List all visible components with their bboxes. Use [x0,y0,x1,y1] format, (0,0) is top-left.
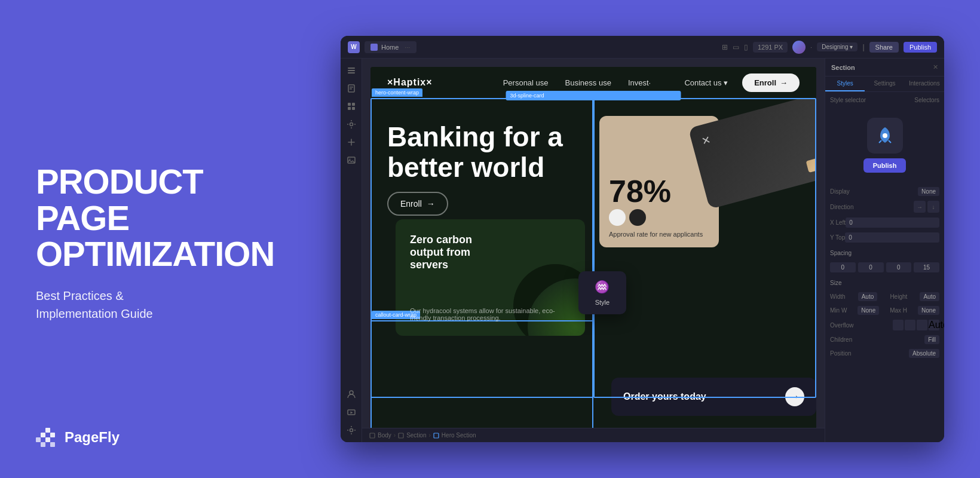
left-panel: PRODUCT PAGE OPTIMIZATION Best Practices… [0,0,341,478]
spacing-top[interactable] [830,262,856,272]
spacing-left[interactable] [914,262,939,272]
layers-icon[interactable] [344,63,359,78]
editor-tab-home[interactable]: Home ··· [365,41,416,53]
canvas-width: 1291 PX [753,42,788,53]
breadcrumb-hero[interactable]: Hero Section [433,432,476,439]
callout-description: Our hydracool systems allow for sustaina… [410,307,571,321]
hero-title: Banking for a better world [387,122,577,182]
svg-point-19 [349,159,350,160]
spline-card-tag: 3d-spline-card [506,91,681,100]
breadcrumb-body[interactable]: Body [369,432,391,439]
pages-icon[interactable] [344,81,359,96]
svg-rect-0 [45,428,50,433]
overflow-opt3[interactable] [917,320,927,330]
overflow-row: Overflow Auto [830,320,939,330]
hero-right: 78% Approval rate for new applicants [593,98,816,434]
frame-icon[interactable]: ⊞ [722,43,728,51]
spacing-grid [830,262,939,272]
tab-settings[interactable]: Settings [865,76,904,91]
publish-button-small[interactable]: Publish [863,158,906,173]
children-row: Children Fill [830,335,939,344]
direction-row: Direction → ↓ [830,201,939,213]
tab-interactions[interactable]: Interactions [905,76,944,91]
col-direction[interactable]: ↓ [927,201,939,213]
panel-close-icon[interactable]: ✕ [933,63,938,71]
user-avatar [792,41,806,54]
max-h-none[interactable]: None [918,306,939,315]
stats-circles [609,209,709,226]
bottom-settings-icon[interactable] [344,423,359,437]
editor-window: W Home ··· ⊞ ▭ ▯ 1291 PX [341,36,944,442]
row-direction[interactable]: → [914,201,926,213]
section-label: Section [831,64,855,71]
share-button[interactable]: Share [869,42,899,53]
min-w-none[interactable]: None [858,306,879,315]
callout-card: Zero carbon output from servers Our hydr… [396,219,585,336]
overflow-opt1[interactable] [893,320,904,330]
overflow-opt4[interactable]: Auto [929,320,939,330]
min-w-label: Min W [830,307,847,314]
right-panel: W Home ··· ⊞ ▭ ▯ 1291 PX [341,0,980,478]
order-arrow-button[interactable]: → [785,387,804,406]
nav-personal-use[interactable]: Personal use [503,78,549,87]
nav-links: Personal use Business use Invest·ation C… [503,78,728,87]
svg-rect-12 [350,88,352,90]
separator: | [862,43,864,51]
nav-invest[interactable]: Invest·ation [628,78,668,87]
subtitle: Best Practices & Implementation Guide [36,287,305,323]
x-input[interactable] [846,217,939,228]
svg-rect-14 [352,103,355,106]
spacing-bottom[interactable] [886,262,912,272]
width-auto[interactable]: Auto [858,292,878,301]
mode-badge[interactable]: Designing ▾ [817,42,858,51]
components-icon[interactable] [344,99,359,114]
left-content: PRODUCT PAGE OPTIMIZATION Best Practices… [36,164,305,323]
nav-enroll-button[interactable]: Enroll → [742,73,800,92]
circle-dark [629,209,646,226]
x-position-row: X Left [830,217,939,228]
pagefly-logo-icon [36,427,57,448]
card-chip [806,157,816,173]
nav-contact[interactable]: Contact us ▾ [684,78,728,87]
right-panel-content: Style selector Selectors [825,92,944,442]
y-input[interactable] [845,232,939,243]
height-auto[interactable]: Auto [920,292,939,301]
overflow-label: Overflow [830,322,853,329]
tab-styles[interactable]: Styles [825,76,865,91]
user-icon[interactable] [344,387,359,402]
svg-rect-5 [41,442,45,447]
min-size-row: Min W None Max H None [830,306,939,315]
svg-rect-16 [352,107,355,110]
selectors-label: Selectors [914,97,939,103]
style-popup-label: Style [595,299,610,306]
svg-point-22 [350,429,353,432]
card-logo-icon: ✕ [700,106,811,148]
add-icon[interactable] [344,135,359,149]
size-row: Width Auto Height Auto [830,292,939,301]
svg-rect-2 [50,433,55,437]
editor-sidebar [341,59,362,442]
nav-business-use[interactable]: Business use [565,78,611,87]
children-value[interactable]: Fill [924,335,939,344]
hero-enroll-button[interactable]: Enroll → [387,192,448,216]
media-icon[interactable] [344,405,359,419]
svg-point-26 [883,133,887,138]
breadcrumb-section[interactable]: Section [398,432,426,439]
settings-icon[interactable] [344,117,359,131]
position-label: Position [830,350,852,357]
mobile-icon[interactable]: ▯ [744,43,748,51]
max-h-label: Max H [890,307,907,314]
y-label: Y Top [830,234,845,241]
monitor-icon[interactable]: ▭ [733,43,739,51]
spacing-right[interactable] [858,262,884,272]
image-icon[interactable] [344,153,359,167]
publish-button[interactable]: Publish [904,42,937,53]
editor-canvas: ×Haptix× Personal use Business use Inves… [362,59,825,442]
right-panel-tabs: Styles Settings Interactions [825,76,944,92]
main-title: PRODUCT PAGE OPTIMIZATION [36,164,305,273]
size-section-title: Size [830,280,939,286]
display-value[interactable]: None [918,187,939,196]
overflow-opt2[interactable] [905,320,915,330]
x-label: X Left [830,219,846,226]
position-value[interactable]: Absolute [909,349,939,358]
